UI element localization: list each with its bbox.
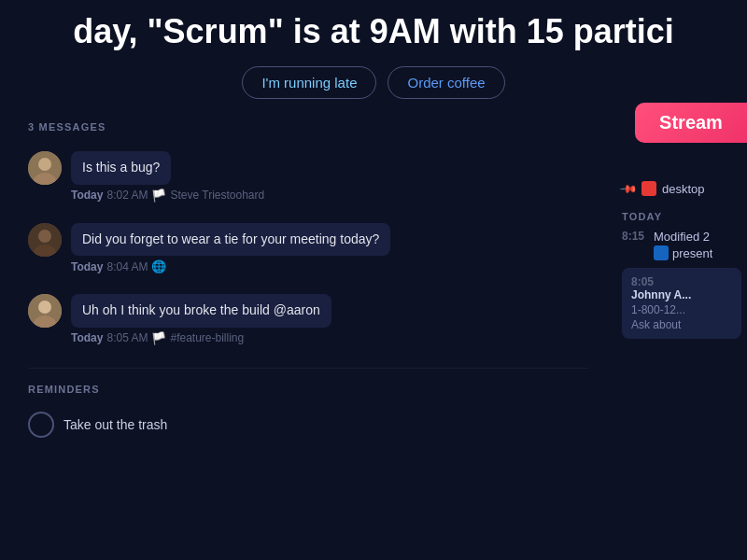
message-meta: Today 8:02 AM 🏳️ Steve Triestoohard	[71, 189, 588, 203]
svg-point-7	[38, 301, 51, 314]
stream-button[interactable]: Stream	[635, 103, 747, 143]
today-label: TODAY	[622, 211, 741, 222]
message-body: Is this a bug? Today 8:02 AM 🏳️ Steve Tr…	[71, 151, 588, 203]
list-item[interactable]: Take out the trash	[19, 406, 598, 443]
reminder-text: Take out the trash	[63, 417, 167, 432]
notif-phone: 1-800-12...	[631, 303, 732, 316]
list-item[interactable]: Did you forget to wear a tie for your me…	[19, 216, 598, 282]
notif-title: Johnny A...	[631, 288, 732, 301]
time-stamp: 8:15	[622, 230, 644, 243]
main-content: 3 MESSAGES Is this a bug?	[0, 121, 747, 560]
pinned-item-label: desktop	[662, 182, 705, 196]
message-text: Did you forget to wear a tie for your me…	[71, 223, 390, 257]
message-body: Did you forget to wear a tie for your me…	[71, 223, 588, 274]
svg-point-4	[38, 230, 51, 243]
notif-body: Ask about	[631, 318, 732, 331]
app-icon-blue	[654, 245, 669, 260]
reminders-section-label: REMINDERS	[19, 384, 598, 395]
avatar	[28, 294, 62, 328]
action-buttons: I'm running late Order coffee	[19, 66, 728, 99]
pinned-item[interactable]: 📌 desktop	[616, 177, 747, 200]
message-text: Is this a bug?	[71, 151, 171, 185]
pin-icon: 📌	[619, 179, 639, 199]
today-item[interactable]: 8:15 Modified 2 present	[622, 230, 741, 260]
message-text: Uh oh I think you broke the build @aaron	[71, 294, 331, 328]
coffee-button[interactable]: Order coffee	[388, 66, 504, 99]
top-banner: day, "Scrum" is at 9AM with 15 partici I…	[0, 0, 747, 99]
messages-section-label: 3 MESSAGES	[19, 121, 598, 133]
reminder-checkbox[interactable]	[28, 412, 54, 438]
svg-point-1	[38, 158, 51, 171]
notif-time: 8:05	[631, 275, 654, 288]
today-item-detail: Modified 2 present	[654, 230, 712, 260]
late-button[interactable]: I'm running late	[242, 66, 376, 99]
messages-list: Is this a bug? Today 8:02 AM 🏳️ Steve Tr…	[19, 144, 598, 353]
section-divider	[28, 368, 588, 369]
list-item[interactable]: Uh oh I think you broke the build @aaron…	[19, 287, 598, 353]
avatar	[28, 223, 62, 257]
today-section: TODAY 8:15 Modified 2 present 8:05 Johnn…	[616, 211, 747, 339]
left-panel: 3 MESSAGES Is this a bug?	[0, 121, 616, 560]
message-meta: Today 8:05 AM 🏳️ #feature-billing	[71, 331, 588, 345]
message-meta: Today 8:04 AM 🌐	[71, 259, 588, 273]
banner-title: day, "Scrum" is at 9AM with 15 partici	[19, 11, 728, 51]
app-icon	[641, 181, 656, 196]
list-item[interactable]: Is this a bug? Today 8:02 AM 🏳️ Steve Tr…	[19, 144, 598, 210]
today-item-text: Modified 2	[654, 230, 712, 244]
right-items: 📌 desktop	[616, 177, 747, 200]
notification-card[interactable]: 8:05 Johnny A... 1-800-12... Ask about	[622, 268, 741, 339]
avatar	[28, 151, 62, 185]
message-body: Uh oh I think you broke the build @aaron…	[71, 294, 588, 345]
right-panel: Stream 📌 desktop TODAY 8:15 Modified 2 p…	[616, 121, 747, 560]
today-sub-label: present	[672, 246, 712, 260]
